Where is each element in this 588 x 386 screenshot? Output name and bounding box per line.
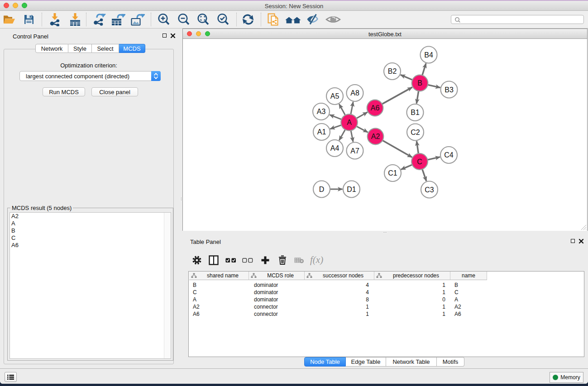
svg-text:A8: A8 bbox=[350, 89, 359, 97]
svg-text:D1: D1 bbox=[347, 186, 356, 193]
svg-text:B3: B3 bbox=[445, 86, 454, 94]
svg-text:C4: C4 bbox=[444, 151, 454, 159]
svg-text:C: C bbox=[417, 158, 422, 166]
svg-text:C1: C1 bbox=[388, 169, 397, 177]
svg-text:B2: B2 bbox=[388, 67, 397, 75]
svg-text:B4: B4 bbox=[424, 51, 433, 59]
svg-text:A: A bbox=[347, 119, 352, 126]
svg-text:C2: C2 bbox=[411, 129, 420, 136]
svg-text:A4: A4 bbox=[330, 144, 339, 152]
svg-text:D: D bbox=[319, 186, 325, 193]
svg-text:A2: A2 bbox=[371, 133, 380, 140]
svg-text:A6: A6 bbox=[371, 104, 380, 112]
svg-text:B1: B1 bbox=[411, 109, 420, 116]
svg-text:A1: A1 bbox=[317, 128, 326, 136]
svg-text:A3: A3 bbox=[317, 108, 326, 115]
svg-text:B: B bbox=[417, 79, 422, 87]
svg-text:C3: C3 bbox=[425, 186, 434, 194]
svg-text:A7: A7 bbox=[350, 147, 359, 155]
svg-text:A5: A5 bbox=[330, 92, 339, 100]
